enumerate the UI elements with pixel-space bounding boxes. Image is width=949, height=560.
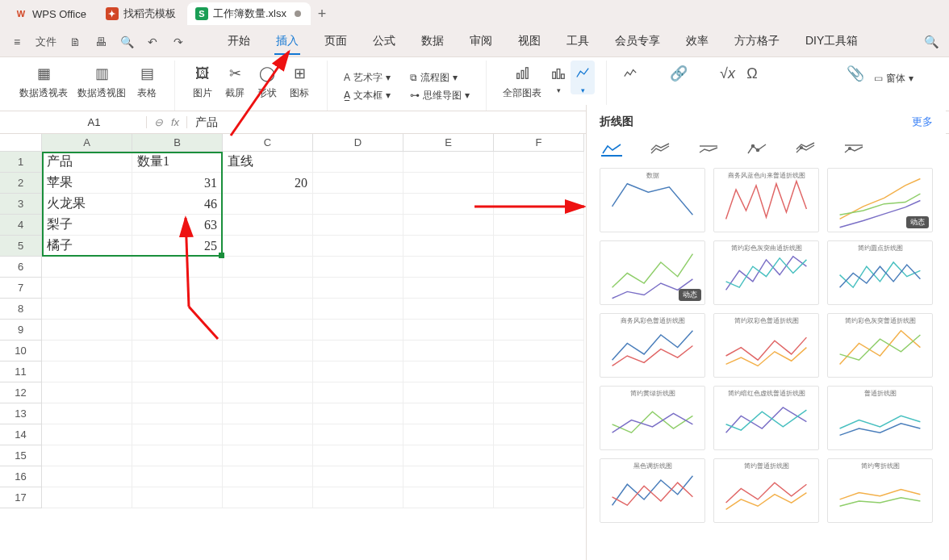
cell-F1[interactable] [494, 152, 584, 173]
chart-thumb-13[interactable]: 简约普通折线图 [713, 458, 819, 523]
column-header[interactable]: B [132, 134, 223, 152]
cell-E6[interactable] [403, 257, 494, 278]
ribbon-tab-10[interactable]: 方方格子 [733, 29, 781, 55]
ribbon-tab-11[interactable]: DIY工具箱 [804, 29, 859, 55]
cell-F14[interactable] [494, 424, 584, 445]
file-menu[interactable]: 文件 [36, 35, 56, 49]
cell-C5[interactable] [223, 236, 313, 257]
cell-C9[interactable] [223, 320, 313, 341]
row-header[interactable]: 10 [0, 341, 42, 361]
cell-B9[interactable] [132, 320, 223, 341]
cell-A13[interactable] [42, 403, 132, 424]
chart-thumb-4[interactable]: 简约彩色灰突曲通折线图 [713, 240, 819, 305]
cell-F8[interactable] [494, 299, 584, 320]
cell-A16[interactable] [42, 466, 132, 487]
line-chart-button[interactable]: ▾ [571, 61, 595, 94]
chart-thumb-11[interactable]: 普通折线图 [827, 386, 933, 450]
icon-button[interactable]: ⊞图标 [283, 61, 316, 100]
cell-D5[interactable] [313, 236, 403, 257]
cell-B2[interactable]: 31 [132, 173, 223, 194]
cell-F12[interactable] [494, 382, 584, 403]
column-header[interactable]: E [403, 134, 494, 152]
chart-thumb-10[interactable]: 简约暗红色虚线普通折线图 [713, 386, 819, 450]
search-icon[interactable]: 🔍 [923, 35, 939, 49]
cell-B10[interactable] [132, 341, 223, 361]
column-header[interactable]: A [42, 134, 132, 152]
cell-B13[interactable] [132, 403, 223, 424]
undo-icon[interactable]: ↶ [145, 36, 160, 48]
cell-C17[interactable] [223, 487, 313, 508]
mindmap-button[interactable]: ⊶思维导图▾ [405, 86, 474, 103]
cell-A17[interactable] [42, 487, 132, 508]
row-header[interactable]: 6 [0, 257, 42, 278]
cell-B6[interactable] [132, 257, 223, 278]
chart-thumb-0[interactable]: 数据 [600, 168, 705, 232]
cell-D16[interactable] [313, 466, 403, 487]
cell-C12[interactable] [223, 382, 313, 403]
cell-E9[interactable] [403, 320, 494, 341]
cell-B14[interactable] [132, 424, 223, 445]
cell-E1[interactable] [403, 152, 494, 173]
menu-icon[interactable]: ≡ [10, 36, 24, 48]
ribbon-tab-7[interactable]: 工具 [565, 29, 591, 55]
textbox-button[interactable]: A̲文本框▾ [339, 86, 395, 103]
cell-D13[interactable] [313, 403, 403, 424]
column-header[interactable]: C [223, 134, 313, 152]
ribbon-tab-2[interactable]: 页面 [323, 29, 349, 55]
ribbon-tab-3[interactable]: 公式 [371, 29, 397, 55]
cell-E17[interactable] [403, 487, 494, 508]
cell-D7[interactable] [313, 278, 403, 299]
sparkline-button[interactable] [618, 61, 642, 85]
row-header[interactable]: 15 [0, 445, 42, 466]
cell-C4[interactable] [223, 215, 313, 236]
cell-A7[interactable] [42, 278, 132, 299]
cell-C13[interactable] [223, 403, 313, 424]
cell-B8[interactable] [132, 299, 223, 320]
cell-C6[interactable] [223, 257, 313, 278]
cell-B4[interactable]: 63 [132, 215, 223, 236]
cell-A15[interactable] [42, 445, 132, 466]
attachment-button[interactable]: 📎 [842, 61, 869, 85]
chart-thumb-3[interactable]: 动态 [600, 240, 705, 305]
cell-C7[interactable] [223, 278, 313, 299]
cell-C3[interactable] [223, 194, 313, 215]
chart-thumb-1[interactable]: 商务风蓝色向来普通折线图 [713, 168, 819, 232]
cell-B5[interactable]: 25 [132, 236, 223, 257]
cell-E2[interactable] [403, 173, 494, 194]
chart-thumb-8[interactable]: 简约彩色灰突普通折线图 [827, 313, 933, 378]
chart-thumb-2[interactable]: 动态 [827, 168, 933, 232]
row-header[interactable]: 1 [0, 152, 42, 173]
cell-D10[interactable] [313, 341, 403, 361]
cell-D2[interactable] [313, 173, 403, 194]
row-header[interactable]: 4 [0, 215, 42, 236]
zoom-icon[interactable]: ⊖ [154, 116, 163, 128]
cell-A8[interactable] [42, 299, 132, 320]
cell-B12[interactable] [132, 382, 223, 403]
forms-button[interactable]: ▭窗体▾ [869, 69, 918, 86]
row-header[interactable]: 12 [0, 382, 42, 403]
cell-A2[interactable]: 苹果 [42, 173, 132, 194]
cell-B1[interactable]: 数量1 [132, 152, 223, 173]
preview-icon[interactable]: 🔍 [119, 36, 134, 48]
cell-F15[interactable] [494, 445, 584, 466]
cell-A12[interactable] [42, 382, 132, 403]
cell-C2[interactable]: 20 [223, 173, 313, 194]
cell-E14[interactable] [403, 424, 494, 445]
ribbon-tab-4[interactable]: 数据 [420, 29, 445, 55]
cell-F11[interactable] [494, 361, 584, 382]
cell-F16[interactable] [494, 466, 584, 487]
tab-template-search[interactable]: ✦ 找稻壳模板 [98, 2, 187, 25]
all-charts-button[interactable]: 全部图表 [498, 61, 546, 100]
cell-F3[interactable] [494, 194, 584, 215]
cell-F10[interactable] [494, 341, 584, 361]
row-header[interactable]: 5 [0, 236, 42, 257]
cell-C14[interactable] [223, 424, 313, 445]
cell-E15[interactable] [403, 445, 494, 466]
cell-A6[interactable] [42, 257, 132, 278]
cell-F2[interactable] [494, 173, 584, 194]
cell-C11[interactable] [223, 361, 313, 382]
cell-reference-box[interactable]: A1 [42, 116, 147, 128]
cell-F17[interactable] [494, 487, 584, 508]
cell-B16[interactable] [132, 466, 223, 487]
cell-D15[interactable] [313, 445, 403, 466]
